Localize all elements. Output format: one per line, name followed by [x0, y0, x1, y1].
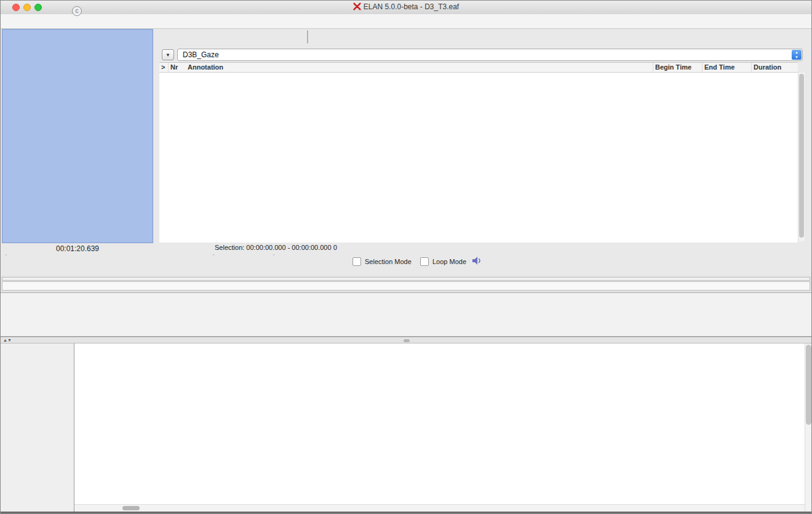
- annotation-grid: > Nr Annotation Begin Time End Time Dura…: [159, 62, 798, 243]
- col-begin-time[interactable]: Begin Time: [655, 63, 691, 71]
- playback-controls: [6, 254, 7, 255]
- timeline-vscrollbar[interactable]: [805, 343, 812, 512]
- selection-controls: [213, 254, 214, 255]
- checkbox-label: Selection Mode: [365, 258, 412, 265]
- elan-logo-icon: [353, 2, 361, 10]
- waveform-viewer[interactable]: D3_T3_We... ▲▼: [1, 292, 811, 337]
- annotation-density-viewer[interactable]: [1, 276, 811, 292]
- grid-mode-dropdown-button[interactable]: ▼: [162, 49, 174, 60]
- window-bottom-edge: [1, 512, 811, 513]
- col-annotation[interactable]: Annotation: [188, 63, 223, 71]
- window-title: ELAN 5.0.0-beta - D3_T3.eaf: [1, 2, 811, 11]
- selection-mode-checkbox[interactable]: Selection Mode: [352, 257, 412, 266]
- col-current: >: [161, 63, 165, 71]
- watermark-copyright: c: [72, 6, 82, 16]
- splitter-grip[interactable]: [404, 339, 410, 342]
- combo-stepper-icon[interactable]: ▲▼: [792, 50, 802, 60]
- step-controls: [273, 254, 274, 255]
- video-viewer: [2, 29, 153, 243]
- checkbox-box[interactable]: [420, 257, 429, 266]
- col-duration[interactable]: Duration: [754, 63, 781, 71]
- elan-window: ELAN 5.0.0-beta - D3_T3.eaf c 00:01:20.6…: [0, 0, 812, 514]
- waveform-timeline[interactable]: [74, 293, 805, 337]
- selection-label: Selection: 00:00:00.000 - 00:00:00.000 0: [215, 244, 337, 251]
- col-end-time[interactable]: End Time: [704, 63, 734, 71]
- grid-header: > Nr Annotation Begin Time End Time Dura…: [159, 63, 798, 73]
- viewer-tabs: [307, 30, 308, 44]
- panel-splitter[interactable]: ▲▼: [1, 337, 811, 343]
- tier-label-column: [1, 343, 74, 512]
- checkbox-box[interactable]: [352, 257, 361, 266]
- menu-bar: [1, 14, 811, 29]
- grid-tier-select[interactable]: D3B_Gaze ▲▼: [177, 49, 803, 61]
- loop-mode-checkbox[interactable]: Loop Mode: [420, 257, 466, 266]
- volume-icon[interactable]: [472, 256, 483, 268]
- grid-body: [159, 73, 798, 242]
- col-nr[interactable]: Nr: [170, 63, 178, 71]
- grid-scrollbar[interactable]: [798, 73, 805, 241]
- tier-timeline[interactable]: [74, 343, 805, 505]
- splitter-arrows-icon[interactable]: ▲▼: [3, 337, 12, 343]
- timeline-hscrollbar[interactable]: [74, 504, 805, 512]
- title-bar: ELAN 5.0.0-beta - D3_T3.eaf: [1, 1, 811, 15]
- grid-tier-value: D3B_Gaze: [183, 50, 219, 59]
- checkbox-label: Loop Mode: [432, 258, 466, 265]
- timeline-viewer: [1, 343, 811, 512]
- media-time-label: 00:01:20.639: [2, 244, 153, 253]
